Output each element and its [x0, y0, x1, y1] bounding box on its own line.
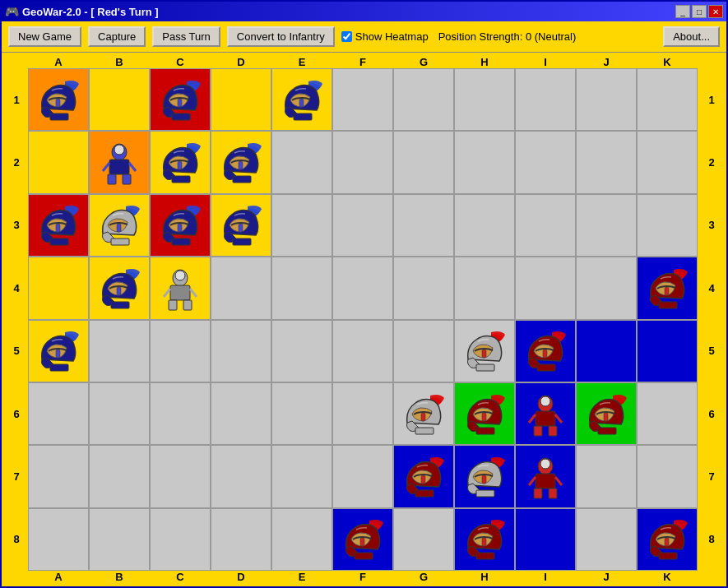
maximize-button[interactable]: □ [692, 5, 707, 18]
cell-k7[interactable] [637, 445, 698, 507]
show-heatmap-checkbox[interactable] [341, 31, 352, 42]
pass-turn-button[interactable]: Pass Turn [152, 26, 220, 47]
cell-i5[interactable] [515, 320, 576, 382]
cell-i3[interactable] [515, 194, 576, 257]
cell-h2[interactable] [454, 131, 515, 193]
cell-g4[interactable] [393, 257, 454, 319]
cell-f3[interactable] [332, 194, 393, 257]
cell-e6[interactable] [271, 382, 332, 445]
cell-i1[interactable] [515, 68, 576, 131]
cell-a6[interactable] [28, 382, 89, 445]
cell-a5[interactable] [28, 320, 89, 382]
cell-e3[interactable] [271, 194, 332, 257]
cell-k1[interactable] [637, 68, 698, 131]
cell-k5[interactable] [637, 320, 698, 382]
show-heatmap-label[interactable]: Show Heatmap [341, 30, 429, 43]
minimize-button[interactable]: _ [675, 5, 690, 18]
cell-f4[interactable] [332, 257, 393, 319]
cell-f5[interactable] [332, 320, 393, 382]
cell-h6[interactable] [454, 382, 515, 445]
cell-h5[interactable] [454, 320, 515, 382]
cell-b6[interactable] [89, 382, 150, 445]
cell-g5[interactable] [393, 320, 454, 382]
cell-c5[interactable] [150, 320, 211, 382]
cell-k8[interactable] [637, 508, 698, 571]
cell-g1[interactable] [393, 68, 454, 131]
cell-d4[interactable] [211, 257, 271, 319]
cell-j8[interactable] [576, 508, 637, 571]
cell-k2[interactable] [637, 131, 698, 193]
cell-k3[interactable] [637, 194, 698, 257]
cell-k4[interactable] [637, 257, 698, 319]
capture-button[interactable]: Capture [88, 26, 146, 47]
cell-j2[interactable] [576, 131, 637, 193]
cell-i2[interactable] [515, 131, 576, 193]
cell-g3[interactable] [393, 194, 454, 257]
cell-a8[interactable] [28, 508, 89, 571]
cell-j4[interactable] [576, 257, 637, 319]
cell-c4[interactable] [150, 257, 211, 319]
cell-h3[interactable] [454, 194, 515, 257]
cell-d5[interactable] [211, 320, 271, 382]
cell-h1[interactable] [454, 68, 515, 131]
cell-b4[interactable] [89, 257, 150, 319]
cell-d3[interactable] [211, 194, 271, 257]
cell-a1[interactable] [28, 68, 89, 131]
cell-g2[interactable] [393, 131, 454, 193]
cell-g7[interactable] [393, 445, 454, 507]
cell-c7[interactable] [150, 445, 211, 507]
close-button[interactable]: ✕ [708, 5, 723, 18]
cell-c3[interactable] [150, 194, 211, 257]
cell-d6[interactable] [211, 382, 271, 445]
cell-f2[interactable] [332, 131, 393, 193]
cell-i8[interactable] [515, 508, 576, 571]
cell-b8[interactable] [89, 508, 150, 571]
cell-j5[interactable] [576, 320, 637, 382]
cell-j3[interactable] [576, 194, 637, 257]
cell-c6[interactable] [150, 382, 211, 445]
cell-h7[interactable] [454, 445, 515, 507]
cell-a2[interactable] [28, 131, 89, 193]
cell-a3[interactable] [28, 194, 89, 257]
cell-h4[interactable] [454, 257, 515, 319]
cell-j7[interactable] [576, 445, 637, 507]
cell-b1[interactable] [89, 68, 150, 131]
cell-b2[interactable] [89, 131, 150, 193]
cell-f7[interactable] [332, 445, 393, 507]
cell-e2[interactable] [271, 131, 332, 193]
cell-a4[interactable] [28, 257, 89, 319]
cell-c2[interactable] [150, 131, 211, 193]
cell-j6[interactable] [576, 382, 637, 445]
piece-g6 [399, 391, 448, 437]
cell-d2[interactable] [211, 131, 271, 193]
about-button[interactable]: About... [663, 26, 720, 47]
cell-b5[interactable] [89, 320, 150, 382]
board-row-5: 5 [5, 320, 723, 382]
cell-e4[interactable] [271, 257, 332, 319]
cell-f6[interactable] [332, 382, 393, 445]
cell-e5[interactable] [271, 320, 332, 382]
cell-h8[interactable] [454, 508, 515, 571]
cell-b3[interactable] [89, 194, 150, 257]
convert-infantry-button[interactable]: Convert to Infantry [227, 26, 335, 47]
cell-d1[interactable] [211, 68, 271, 131]
cell-i4[interactable] [515, 257, 576, 319]
cell-d8[interactable] [211, 508, 271, 571]
cell-g6[interactable] [393, 382, 454, 445]
cell-e7[interactable] [271, 445, 332, 507]
cell-e8[interactable] [271, 508, 332, 571]
cell-j1[interactable] [576, 68, 637, 131]
cell-a7[interactable] [28, 445, 89, 507]
cell-f8[interactable] [332, 508, 393, 571]
cell-c1[interactable] [150, 68, 211, 131]
new-game-button[interactable]: New Game [8, 26, 81, 47]
cell-i7[interactable] [515, 445, 576, 507]
cell-i6[interactable] [515, 382, 576, 445]
cell-k6[interactable] [637, 382, 698, 445]
cell-f1[interactable] [332, 68, 393, 131]
cell-e1[interactable] [271, 68, 332, 131]
cell-c8[interactable] [150, 508, 211, 571]
cell-d7[interactable] [211, 445, 271, 507]
cell-b7[interactable] [89, 445, 150, 507]
cell-g8[interactable] [393, 508, 454, 571]
